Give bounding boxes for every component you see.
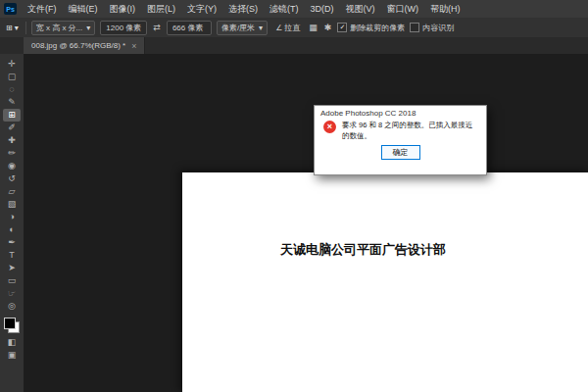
tools-panel: ✛ ▢ ◌ ✎ ⊞ ✐ ✚ ✏ ◉ ↺ ▱ ▧ ◑ ◐ ✒ T ➤ ▭ ☞ ◎ …: [0, 54, 24, 392]
tool-zoom[interactable]: ◎: [3, 300, 21, 313]
document-tab-title: 008.jpg @ 66.7%(RGB/8) *: [31, 41, 125, 50]
foreground-color-swatch[interactable]: [4, 318, 16, 329]
options-bar: ⊞ ▾ 宽 x 高 x 分... ▾ 1200 像素 ⇄ 666 像素 像素/厘…: [0, 18, 588, 38]
tool-pen[interactable]: ✒: [3, 236, 21, 249]
error-dialog: Adobe Photoshop CC 2018 × 要求 96 和 8 之间的整…: [314, 105, 487, 175]
crop-preset-dropdown[interactable]: 宽 x 高 x 分... ▾: [31, 21, 96, 35]
chevron-down-icon: ▾: [86, 24, 90, 32]
crop-tool-icon: ⊞: [6, 24, 13, 32]
straighten-button[interactable]: ∠ 拉直: [272, 22, 303, 34]
menu-item-filter[interactable]: 滤镜(T): [264, 0, 305, 18]
tool-crop[interactable]: ⊞: [3, 109, 21, 122]
tool-brush[interactable]: ✏: [3, 147, 21, 160]
content-aware-label: 内容识别: [422, 23, 454, 33]
dialog-body: × 要求 96 和 8 之间的整数。已插入最接近的数值。: [315, 120, 486, 141]
straighten-icon: ∠: [275, 24, 282, 32]
crop-settings-gear-icon[interactable]: ✱: [323, 23, 333, 32]
menu-item-layer[interactable]: 图层(L): [141, 0, 181, 18]
menu-item-help[interactable]: 帮助(H): [424, 0, 466, 18]
menu-item-image[interactable]: 图像(I): [104, 0, 142, 18]
dialog-footer: 确定: [315, 145, 486, 160]
swap-dimensions-icon[interactable]: ⇄: [152, 23, 162, 32]
tool-type[interactable]: T: [3, 249, 21, 262]
color-swatches[interactable]: [4, 318, 20, 333]
resolution-unit-dropdown[interactable]: 像素/厘米 ▾: [217, 21, 268, 35]
tool-marquee[interactable]: ▢: [3, 71, 21, 83]
menu-item-view[interactable]: 视图(V): [340, 0, 381, 18]
tool-shape[interactable]: ▭: [3, 274, 21, 287]
document-heading-text: 天诚电脑公司平面广告设计部: [280, 241, 446, 259]
crop-width-input[interactable]: 1200 像素: [100, 21, 147, 35]
close-icon[interactable]: ×: [131, 41, 136, 51]
tool-history-brush[interactable]: ↺: [3, 172, 21, 185]
document-canvas[interactable]: 天诚电脑公司平面广告设计部: [182, 172, 588, 392]
error-icon: ×: [323, 121, 336, 133]
crop-height-input[interactable]: 666 像素: [167, 21, 212, 35]
ok-button[interactable]: 确定: [381, 145, 420, 160]
checkbox-unchecked-icon: [410, 23, 419, 32]
photoshop-window: Ps 文件(F) 编辑(E) 图像(I) 图层(L) 文字(Y) 选择(S) 滤…: [0, 0, 588, 392]
quick-mask-button[interactable]: ◧: [3, 336, 21, 349]
menu-bar: Ps 文件(F) 编辑(E) 图像(I) 图层(L) 文字(Y) 选择(S) 滤…: [0, 0, 588, 19]
tool-dodge[interactable]: ◐: [3, 223, 21, 236]
overlay-options-icon[interactable]: ▦: [308, 23, 318, 32]
separator: [25, 22, 26, 34]
resolution-unit-value: 像素/厘米: [221, 23, 255, 33]
content-aware-checkbox[interactable]: 内容识别: [410, 23, 454, 33]
tool-path-select[interactable]: ➤: [3, 262, 21, 274]
document-tab-bar: 008.jpg @ 66.7%(RGB/8) * ×: [0, 37, 588, 55]
tool-move[interactable]: ✛: [3, 58, 21, 71]
dialog-title: Adobe Photoshop CC 2018: [315, 106, 486, 120]
chevron-down-icon: ▾: [15, 24, 19, 32]
tool-lasso[interactable]: ◌: [3, 83, 21, 96]
menu-item-file[interactable]: 文件(F): [22, 0, 63, 18]
tool-eyedropper[interactable]: ✐: [3, 122, 21, 134]
screen-mode-button[interactable]: ▣: [3, 349, 21, 362]
straighten-label: 拉直: [284, 23, 300, 33]
crop-preset-value: 宽 x 高 x 分...: [36, 23, 83, 33]
delete-cropped-pixels-checkbox[interactable]: ✓ 删除裁剪的像素: [337, 23, 405, 33]
menu-item-edit[interactable]: 编辑(E): [63, 0, 104, 18]
menu-item-type[interactable]: 文字(Y): [181, 0, 222, 18]
menu-item-window[interactable]: 窗口(W): [381, 0, 425, 18]
tool-quick-select[interactable]: ✎: [3, 96, 21, 109]
dialog-message: 要求 96 和 8 之间的整数。已插入最接近的数值。: [342, 121, 478, 141]
tool-eraser[interactable]: ▱: [3, 185, 21, 198]
delete-cropped-pixels-label: 删除裁剪的像素: [350, 23, 405, 33]
tool-hand[interactable]: ☞: [3, 287, 21, 300]
tool-blur[interactable]: ◑: [3, 211, 21, 223]
tool-clone-stamp[interactable]: ◉: [3, 160, 21, 172]
photoshop-logo-icon: Ps: [4, 3, 17, 15]
canvas-area: 天诚电脑公司平面广告设计部 Adobe Photoshop CC 2018 × …: [24, 54, 588, 392]
document-tab[interactable]: 008.jpg @ 66.7%(RGB/8) * ×: [24, 37, 145, 54]
current-tool-button[interactable]: ⊞ ▾: [4, 24, 21, 32]
chevron-down-icon: ▾: [259, 24, 263, 32]
tool-healing[interactable]: ✚: [3, 134, 21, 147]
menu-item-3d[interactable]: 3D(D): [305, 0, 340, 18]
tool-gradient[interactable]: ▧: [3, 198, 21, 211]
checkbox-checked-icon: ✓: [337, 23, 347, 32]
menu-item-select[interactable]: 选择(S): [222, 0, 264, 18]
